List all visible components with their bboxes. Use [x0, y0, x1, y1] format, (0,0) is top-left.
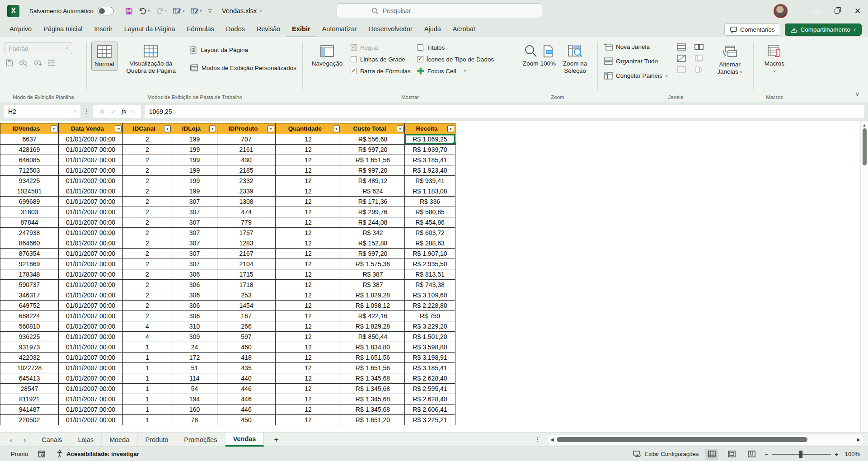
cell[interactable]: 1 [123, 353, 172, 363]
cell[interactable]: 01/01/2007 00:00 [59, 353, 123, 363]
cell[interactable]: R$ 2.595,41 [405, 384, 455, 394]
cell[interactable]: 1308 [217, 197, 276, 207]
cell[interactable]: R$ 2.628,40 [405, 394, 455, 405]
zoom-slider[interactable]: − + [765, 450, 839, 458]
cell[interactable]: 01/01/2007 00:00 [59, 290, 123, 301]
cell[interactable]: R$ 288,63 [405, 238, 455, 249]
filter-button-quantidade[interactable]: ▾ [333, 125, 340, 132]
cell[interactable]: 51 [172, 363, 217, 373]
cell[interactable]: 307 [172, 238, 217, 249]
horizontal-scrollbar[interactable]: ◀ ▶ [547, 435, 863, 445]
cell[interactable]: 2 [123, 301, 172, 311]
cell[interactable]: 346317 [0, 290, 59, 301]
cell[interactable]: 306 [172, 311, 217, 321]
cell[interactable]: 12 [276, 373, 341, 384]
cell[interactable]: 12 [276, 280, 341, 290]
cell[interactable]: 645413 [0, 373, 59, 384]
normal-view-toggle[interactable] [705, 449, 718, 460]
cell[interactable]: 590737 [0, 280, 59, 290]
cell[interactable]: 2161 [217, 145, 276, 155]
cell[interactable]: 2 [123, 280, 172, 290]
sheet-tab-moeda[interactable]: Moeda [102, 433, 137, 447]
previous-sheet-icon[interactable]: ‹ [10, 436, 12, 443]
cell[interactable]: 2185 [217, 165, 276, 176]
cell[interactable]: 446 [217, 384, 276, 394]
scroll-left-icon[interactable]: ◀ [550, 437, 554, 442]
zoom-100-button[interactable]: 100 100% [540, 42, 557, 70]
cell[interactable]: 01/01/2007 00:00 [59, 373, 123, 384]
cell[interactable]: 199 [172, 155, 217, 165]
cell[interactable]: 1 [123, 342, 172, 353]
cell[interactable]: 266 [217, 321, 276, 332]
cell[interactable]: 712503 [0, 165, 59, 176]
switch-windows-button[interactable]: Alternar Janelas ˅ [710, 42, 749, 79]
cell[interactable]: R$ 3.109,60 [405, 290, 455, 301]
menu-tab-arquivo[interactable]: Arquivo [4, 21, 38, 38]
cell[interactable]: R$ 603,72 [405, 228, 455, 238]
cell[interactable]: 597 [217, 332, 276, 342]
cell[interactable]: 2 [123, 269, 172, 280]
cell[interactable]: 1 [123, 373, 172, 384]
cell[interactable]: 167 [217, 311, 276, 321]
cell[interactable]: 4 [123, 332, 172, 342]
accessibility-icon[interactable] [56, 450, 63, 458]
macro-record-icon[interactable] [38, 451, 46, 458]
fx-chevron-icon[interactable]: ˅ [132, 109, 134, 114]
new-sheet-view-icon[interactable] [33, 59, 42, 67]
cell[interactable]: 306 [172, 301, 217, 311]
cell[interactable]: 688224 [0, 311, 59, 321]
sheet-tab-canais[interactable]: Canais [34, 433, 70, 447]
minimize-button[interactable]: — [806, 0, 826, 22]
save-button[interactable] [124, 6, 134, 16]
cell[interactable]: 446 [217, 405, 276, 415]
vertical-scrollbar[interactable]: ▲ [860, 121, 868, 432]
cell[interactable]: R$ 580,65 [405, 207, 455, 217]
cell[interactable]: R$ 1.907,10 [405, 249, 455, 259]
cell[interactable]: 2104 [217, 259, 276, 269]
cell[interactable]: 01/01/2007 00:00 [59, 197, 123, 207]
cell[interactable]: 2 [123, 145, 172, 155]
filter-button-idloja[interactable]: ▾ [209, 125, 216, 132]
cell[interactable]: 12 [276, 332, 341, 342]
cell[interactable]: 440 [217, 373, 276, 384]
cell[interactable]: 310 [172, 321, 217, 332]
checkbox-icones-de-tipo-de-dados[interactable]: Ícones de Tipo de Dados [417, 53, 494, 65]
cell[interactable]: 01/01/2007 00:00 [59, 311, 123, 321]
cell[interactable]: 12 [276, 363, 341, 373]
cell[interactable]: 307 [172, 217, 217, 228]
cell[interactable]: 12 [276, 259, 341, 269]
cell[interactable]: 12 [276, 394, 341, 405]
menu-tab-pagina-inicial[interactable]: Página Inicial [38, 21, 88, 38]
checkbox-barra-de-formulas[interactable]: Barra de Fórmulas [351, 65, 411, 77]
cell[interactable]: R$ 2.935,50 [405, 259, 455, 269]
cell[interactable]: R$ 556,68 [341, 134, 405, 145]
tab-overflow-menu[interactable]: ⋮ [535, 433, 547, 447]
cell[interactable]: 78 [172, 415, 217, 425]
cell[interactable]: 28547 [0, 384, 59, 394]
cell[interactable]: R$ 1.651,20 [341, 415, 405, 425]
cell[interactable]: 01/01/2007 00:00 [59, 363, 123, 373]
cell[interactable]: 699689 [0, 197, 59, 207]
cell[interactable]: 934225 [0, 176, 59, 186]
cell[interactable]: 12 [276, 405, 341, 415]
cell[interactable]: 2 [123, 249, 172, 259]
cell[interactable]: 941487 [0, 405, 59, 415]
sheet-view-dropdown[interactable]: Padrão˅ [5, 42, 72, 54]
cell[interactable]: R$ 939,41 [405, 176, 455, 186]
menu-tab-ajuda[interactable]: Ajuda [418, 21, 447, 38]
formula-bar-handle[interactable]: ⋮ [84, 108, 90, 115]
cell[interactable]: R$ 387 [341, 269, 405, 280]
cell[interactable]: 01/01/2007 00:00 [59, 207, 123, 217]
cell[interactable]: 12 [276, 197, 341, 207]
cell[interactable]: 12 [276, 301, 341, 311]
cell[interactable]: 12 [276, 145, 341, 155]
cell[interactable]: R$ 850,44 [341, 332, 405, 342]
cell[interactable]: 199 [172, 145, 217, 155]
cell[interactable]: 247938 [0, 228, 59, 238]
cell[interactable]: R$ 1.345,68 [341, 394, 405, 405]
hide-window-icon[interactable] [677, 55, 686, 62]
menu-tab-desenvolvedor[interactable]: Desenvolvedor [363, 21, 418, 38]
cell[interactable]: 199 [172, 165, 217, 176]
cell[interactable]: R$ 387 [341, 280, 405, 290]
cell[interactable]: 01/01/2007 00:00 [59, 249, 123, 259]
